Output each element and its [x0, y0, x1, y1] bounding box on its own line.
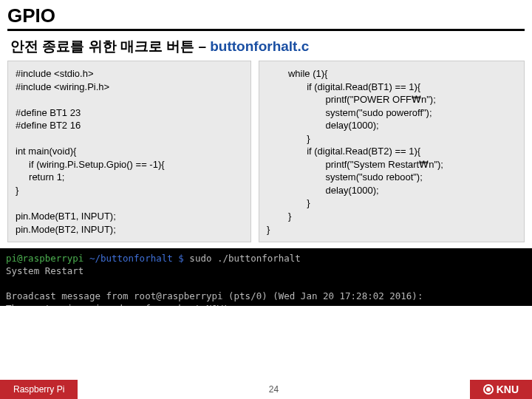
terminal-path: ~/buttonforhalt $ — [89, 253, 189, 264]
subtitle-korean: 안전 종료를 위한 매크로 버튼 – — [10, 38, 210, 54]
terminal-body: System Restart Broadcast message from ro… — [6, 265, 423, 306]
footer-left-label: Raspberry Pi — [0, 380, 78, 399]
footer-logo: KNU — [470, 380, 532, 399]
subtitle: 안전 종료를 위한 매크로 버튼 – buttonforhalt.c — [0, 34, 532, 61]
footer-right-label: KNU — [497, 383, 519, 395]
footer: Raspberry Pi 24 KNU — [0, 380, 532, 399]
subtitle-filename: buttonforhalt.c — [210, 38, 309, 54]
knu-logo-icon — [483, 384, 494, 395]
code-block-left: #include <stdio.h> #include <wiring.Pi.h… — [7, 61, 251, 242]
terminal-output: pi@raspberrypi ~/buttonforhalt $ sudo ./… — [0, 248, 532, 306]
page-number: 24 — [78, 384, 469, 395]
title-underline — [7, 29, 525, 31]
page-title: GPIO — [7, 4, 525, 27]
terminal-user: pi@raspberrypi — [6, 253, 89, 264]
code-block-right: while (1){ if (digital.Read(BT1) == 1){ … — [259, 61, 525, 242]
terminal-command: sudo ./buttonforhalt — [189, 253, 301, 264]
code-row: #include <stdio.h> #include <wiring.Pi.h… — [0, 61, 532, 242]
